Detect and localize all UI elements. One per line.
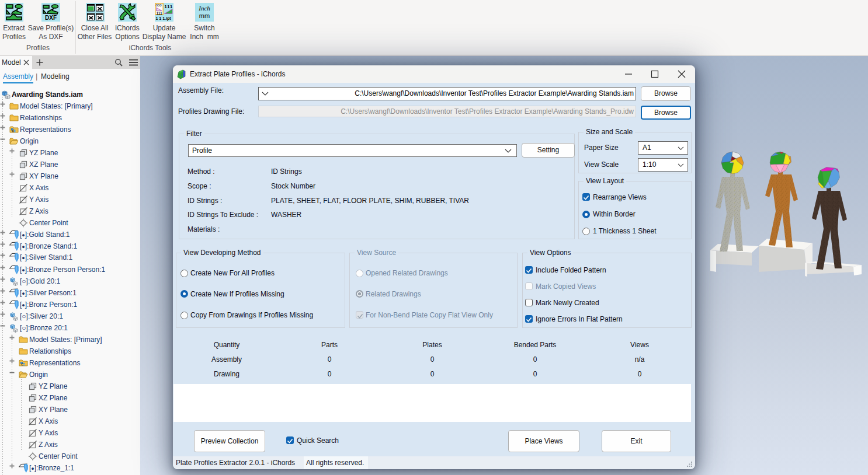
svg-text:DXF: DXF — [45, 15, 57, 21]
svg-text:000: 000 — [156, 4, 162, 7]
svg-text:Inch: Inch — [198, 5, 210, 12]
svg-text:111: 111 — [157, 11, 163, 15]
svg-text:1 1 1.ipt: 1 1 1.ipt — [156, 16, 172, 21]
svg-text:mm: mm — [199, 12, 210, 19]
svg-text:111: 111 — [165, 4, 173, 9]
